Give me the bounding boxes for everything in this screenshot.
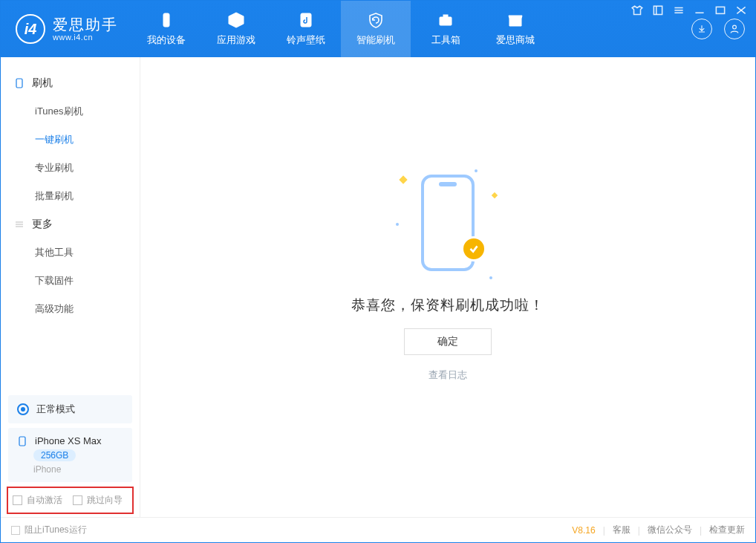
mode-card[interactable]: 正常模式 bbox=[8, 395, 132, 423]
device-capacity: 256GB bbox=[33, 449, 76, 461]
nav-label: 爱思商城 bbox=[496, 33, 535, 47]
refresh-shield-icon bbox=[365, 11, 386, 29]
checkbox-box-icon bbox=[11, 526, 20, 535]
sidebar-item-download-firmware[interactable]: 下载固件 bbox=[1, 267, 140, 295]
nav-label: 应用游戏 bbox=[217, 33, 255, 47]
menu-icon[interactable] bbox=[672, 5, 685, 16]
success-illustration bbox=[396, 163, 500, 282]
footer-link-support[interactable]: 客服 bbox=[613, 524, 630, 536]
separator: | bbox=[638, 525, 640, 536]
sidebar-item-other-tools[interactable]: 其他工具 bbox=[1, 238, 140, 267]
svg-rect-18 bbox=[19, 437, 25, 446]
nav-toolbox[interactable]: 工具箱 bbox=[411, 1, 480, 57]
music-file-icon bbox=[296, 11, 316, 29]
footer: 阻止iTunes运行 V8.16 | 客服 | 微信公众号 | 检查更新 bbox=[1, 517, 755, 542]
mode-label: 正常模式 bbox=[36, 403, 75, 416]
checkbox-label: 自动激活 bbox=[27, 494, 62, 507]
checkbox-box-icon bbox=[13, 495, 22, 505]
dot-icon bbox=[489, 276, 492, 279]
svg-rect-12 bbox=[443, 15, 448, 17]
app-header: i4 爱思助手 www.i4.cn 我的设备 应用游戏 铃声壁纸 智能刷机 bbox=[1, 1, 755, 57]
device-name: iPhone XS Max bbox=[35, 435, 102, 446]
checkbox-label: 阻止iTunes运行 bbox=[25, 524, 87, 536]
ok-button[interactable]: 确定 bbox=[404, 328, 492, 355]
device-icon bbox=[156, 11, 177, 29]
svg-rect-6 bbox=[716, 7, 724, 14]
phone-small-icon bbox=[14, 78, 25, 88]
dot-icon bbox=[396, 223, 399, 226]
mode-dot-icon bbox=[17, 403, 29, 415]
checkbox-block-itunes[interactable]: 阻止iTunes运行 bbox=[11, 524, 87, 536]
nav-ringtones-wallpapers[interactable]: 铃声壁纸 bbox=[271, 1, 341, 57]
checkbox-skip-guide[interactable]: 跳过向导 bbox=[73, 494, 123, 507]
tshirt-icon[interactable] bbox=[630, 5, 644, 16]
nav-my-device[interactable]: 我的设备 bbox=[131, 1, 201, 57]
sparkle-icon bbox=[399, 175, 407, 183]
sidebar-group-more: 更多 bbox=[1, 210, 140, 238]
svg-rect-11 bbox=[440, 17, 452, 25]
checkbox-auto-activate[interactable]: 自动激活 bbox=[13, 494, 62, 507]
brand-name-cn: 爱思助手 bbox=[53, 16, 118, 33]
download-button[interactable] bbox=[691, 19, 712, 39]
view-log-link[interactable]: 查看日志 bbox=[428, 368, 467, 382]
list-small-icon bbox=[14, 219, 25, 230]
nav-label: 我的设备 bbox=[147, 33, 186, 47]
brand-logo-icon: i4 bbox=[16, 14, 45, 44]
store-icon bbox=[505, 11, 526, 29]
nav-label: 智能刷机 bbox=[356, 33, 395, 47]
footer-link-update[interactable]: 检查更新 bbox=[709, 524, 745, 536]
top-nav: 我的设备 应用游戏 铃声壁纸 智能刷机 工具箱 爱思商城 bbox=[131, 1, 550, 57]
success-message: 恭喜您，保资料刷机成功啦！ bbox=[351, 296, 544, 315]
sidebar-item-oneclick-flash[interactable]: 一键刷机 bbox=[1, 126, 140, 154]
nav-label: 工具箱 bbox=[431, 33, 460, 47]
sidebar-group-flash: 刷机 bbox=[1, 69, 140, 97]
svg-rect-14 bbox=[16, 79, 22, 88]
cube-icon bbox=[226, 11, 247, 29]
notebook-icon[interactable] bbox=[651, 5, 665, 16]
svg-rect-9 bbox=[163, 13, 169, 27]
svg-point-13 bbox=[733, 25, 737, 29]
brand: i4 爱思助手 www.i4.cn bbox=[1, 1, 131, 57]
nav-apps-games[interactable]: 应用游戏 bbox=[201, 1, 271, 57]
minimize-icon[interactable] bbox=[693, 5, 706, 16]
main-content: 恭喜您，保资料刷机成功啦！ 确定 查看日志 bbox=[140, 57, 755, 517]
nav-label: 铃声壁纸 bbox=[287, 33, 325, 47]
brand-name-en: www.i4.cn bbox=[53, 33, 118, 42]
sidebar-item-batch-flash[interactable]: 批量刷机 bbox=[1, 182, 140, 210]
svg-rect-10 bbox=[301, 13, 311, 27]
checkbox-box-icon bbox=[73, 495, 82, 505]
phone-small-icon bbox=[17, 436, 27, 446]
sidebar-group-label: 更多 bbox=[32, 218, 53, 231]
footer-link-wechat[interactable]: 微信公众号 bbox=[648, 524, 692, 536]
svg-rect-0 bbox=[654, 6, 662, 14]
maximize-icon[interactable] bbox=[714, 5, 727, 16]
nav-store[interactable]: 爱思商城 bbox=[480, 1, 550, 57]
separator: | bbox=[700, 525, 702, 536]
checkbox-label: 跳过向导 bbox=[87, 494, 123, 507]
window-controls bbox=[630, 5, 748, 16]
device-card[interactable]: iPhone XS Max 256GB iPhone bbox=[8, 428, 132, 482]
device-type: iPhone bbox=[33, 464, 61, 475]
nav-smart-flash[interactable]: 智能刷机 bbox=[341, 1, 411, 57]
sidebar-item-itunes-flash[interactable]: iTunes刷机 bbox=[1, 97, 140, 126]
highlighted-options: 自动激活 跳过向导 bbox=[7, 487, 134, 514]
dot-icon bbox=[475, 169, 478, 172]
version-label: V8.16 bbox=[572, 525, 595, 536]
check-badge-icon bbox=[461, 236, 486, 261]
sidebar-group-label: 刷机 bbox=[32, 77, 53, 90]
sparkle-icon bbox=[492, 192, 498, 198]
user-button[interactable] bbox=[724, 19, 745, 39]
separator: | bbox=[603, 525, 605, 536]
briefcase-icon bbox=[435, 11, 456, 29]
close-icon[interactable] bbox=[734, 5, 748, 16]
sidebar-item-advanced[interactable]: 高级功能 bbox=[1, 295, 140, 323]
sidebar: 刷机 iTunes刷机 一键刷机 专业刷机 批量刷机 更多 其他工具 下载固件 … bbox=[1, 57, 140, 517]
sidebar-item-pro-flash[interactable]: 专业刷机 bbox=[1, 154, 140, 182]
